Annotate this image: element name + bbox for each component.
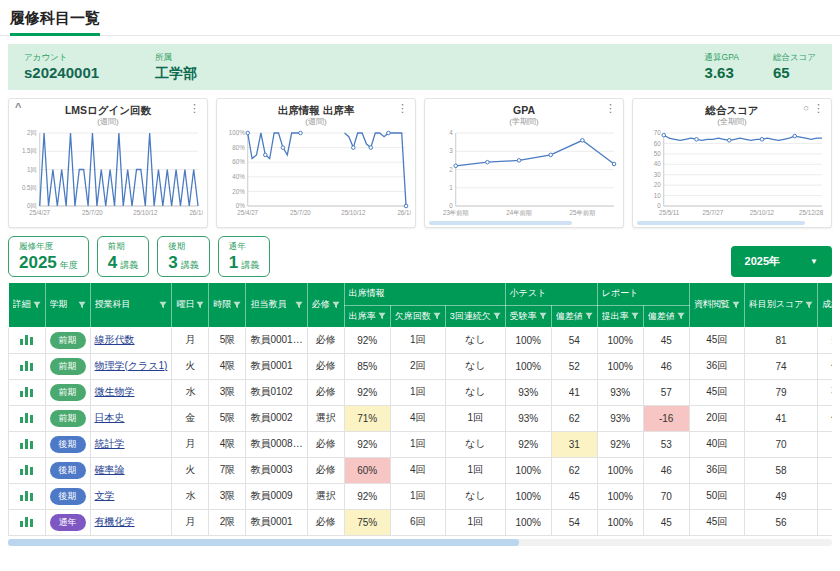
course-link[interactable]: 確率論 (95, 464, 125, 475)
course-link[interactable]: 微生物学 (95, 386, 135, 397)
cell-quiz_dev: 54 (551, 509, 597, 535)
course-link[interactable]: 物理学(クラス1) (95, 360, 168, 371)
chart-scrollbar[interactable] (637, 221, 805, 225)
group-header-report: レポート (597, 283, 689, 305)
col-header-att_rate[interactable]: 出席率 (344, 305, 390, 327)
detail-chart-button[interactable] (18, 410, 35, 427)
cell-course: 有機化学 (90, 509, 172, 535)
col-header-quiz_rate[interactable]: 受験率 (505, 305, 551, 327)
comment-icon[interactable]: ○ (804, 103, 809, 114)
collapse-icon[interactable]: ^ (15, 102, 21, 113)
cell-rep_rate: 100% (597, 353, 643, 379)
col-header-score[interactable]: 科目別スコア (744, 283, 818, 327)
lecture-unit: 講義 (241, 260, 259, 270)
col-header-period[interactable]: 時限 (209, 283, 246, 327)
course-link[interactable]: 有機化学 (95, 516, 135, 527)
chart-title: 出席情報 出席率 (221, 104, 411, 117)
filter-icon[interactable] (196, 301, 204, 309)
horizontal-scrollbar-thumb[interactable] (8, 539, 519, 546)
detail-chart-button[interactable] (18, 514, 35, 531)
charts-row: ^ ⋮ LMSログイン回数 (週間) 0回0.5回1回1.5回2回25/4/27… (8, 98, 832, 228)
col-header-teacher[interactable]: 担当教員 (246, 283, 307, 327)
col-header-rep_rate[interactable]: 提出率 (597, 305, 643, 327)
horizontal-scrollbar-track[interactable] (8, 539, 832, 546)
cell-absences: 4回 (390, 457, 445, 483)
filter-icon[interactable] (805, 301, 813, 309)
course-link[interactable]: 統計学 (95, 438, 125, 449)
bar-chart-icon (20, 490, 33, 501)
semester-badge: 後期 (50, 462, 86, 479)
cell-rep_dev: 70 (643, 483, 689, 509)
cell-quiz_rate: 100% (505, 483, 551, 509)
svg-text:25/7/20: 25/7/20 (290, 209, 311, 216)
filter-icon[interactable] (539, 312, 547, 320)
col-header-day[interactable]: 曜日 (172, 283, 209, 327)
chart-subtitle: (週間) (13, 117, 203, 127)
cell-period: 4限 (209, 431, 246, 457)
filter-icon[interactable] (677, 312, 685, 320)
filter-icon[interactable] (332, 301, 340, 309)
col-header-semester[interactable]: 学期 (45, 283, 90, 327)
filter-icon[interactable] (33, 301, 41, 309)
col-header-required[interactable]: 必修 (307, 283, 344, 327)
col-header-course[interactable]: 授業科目 (90, 283, 172, 327)
kebab-menu-icon[interactable]: ⋮ (813, 103, 824, 114)
cell-rep_dev: 46 (643, 457, 689, 483)
detail-chart-button[interactable] (18, 384, 35, 401)
detail-chart-button[interactable] (18, 488, 35, 505)
kebab-menu-icon[interactable]: ⋮ (397, 103, 408, 114)
filter-icon[interactable] (631, 312, 639, 320)
svg-text:100%: 100% (229, 129, 245, 136)
course-link[interactable]: 線形代数 (95, 334, 135, 345)
course-link[interactable]: 日本史 (95, 412, 125, 423)
detail-chart-button[interactable] (18, 436, 35, 453)
cell-quiz_dev: 52 (551, 353, 597, 379)
cell-absences: 1回 (390, 379, 445, 405)
col-header-quiz_dev[interactable]: 偏差値 (551, 305, 597, 327)
chart-panel-total-score: ○ ⋮ 総合スコア (全期間) 01020304050607025/5/1125… (632, 98, 832, 228)
cell-rep_dev: 53 (643, 431, 689, 457)
filter-icon[interactable] (78, 301, 86, 309)
col-header-absences[interactable]: 欠席回数 (390, 305, 445, 327)
cell-course: 統計学 (90, 431, 172, 457)
cell-grade (818, 483, 832, 509)
col-header-views[interactable]: 資料閲覧 (689, 283, 744, 327)
page-title: 履修科目一覧 (10, 9, 100, 36)
kebab-menu-icon[interactable]: ⋮ (189, 103, 200, 114)
filter-icon[interactable] (433, 312, 441, 320)
filter-icon[interactable] (159, 301, 167, 309)
cell-teacher: 教員0002 (246, 405, 307, 431)
detail-chart-button[interactable] (18, 358, 35, 375)
cell-absences: 6回 (390, 509, 445, 535)
cell-detail (9, 405, 46, 431)
chart-scrollbar[interactable] (429, 221, 572, 225)
cell-day: 火 (172, 353, 209, 379)
chart-panel-gpa: ⋮ GPA (学期間) 0123423年前期24年前期25年前期 (424, 98, 624, 228)
course-link[interactable]: 文学 (95, 490, 115, 501)
year-filter-dropdown[interactable]: 2025年 ▼ (731, 246, 832, 277)
cell-detail (9, 509, 46, 535)
registration-summary-row: 履修年度 2025年度 前期 4講義 後期 3講義 通年 1講義 2025年 ▼ (8, 236, 832, 277)
detail-chart-button[interactable] (18, 462, 35, 479)
cell-course: 物理学(クラス1) (90, 353, 172, 379)
filter-icon[interactable] (732, 301, 740, 309)
svg-text:25/7/20: 25/7/20 (82, 209, 103, 216)
col-header-rep_dev[interactable]: 偏差値 (643, 305, 689, 327)
filter-icon[interactable] (493, 312, 501, 320)
col-header-detail[interactable]: 詳細 (9, 283, 46, 327)
cell-required: 必修 (307, 327, 344, 353)
account-field: アカウント s20240001 (24, 52, 99, 82)
filter-icon[interactable] (378, 312, 386, 320)
filter-icon[interactable] (295, 301, 303, 309)
filter-icon[interactable] (585, 312, 593, 320)
kebab-menu-icon[interactable]: ⋮ (605, 103, 616, 114)
cell-score: 49 (744, 483, 818, 509)
col-header-consec[interactable]: 3回連続欠 (445, 305, 505, 327)
filter-icon[interactable] (233, 301, 241, 309)
cell-rep_rate: 93% (597, 379, 643, 405)
cell-period: 2限 (209, 509, 246, 535)
cell-day: 月 (172, 327, 209, 353)
cell-semester: 前期 (45, 353, 90, 379)
col-header-grade[interactable]: 成績 (818, 283, 832, 327)
detail-chart-button[interactable] (18, 332, 35, 349)
